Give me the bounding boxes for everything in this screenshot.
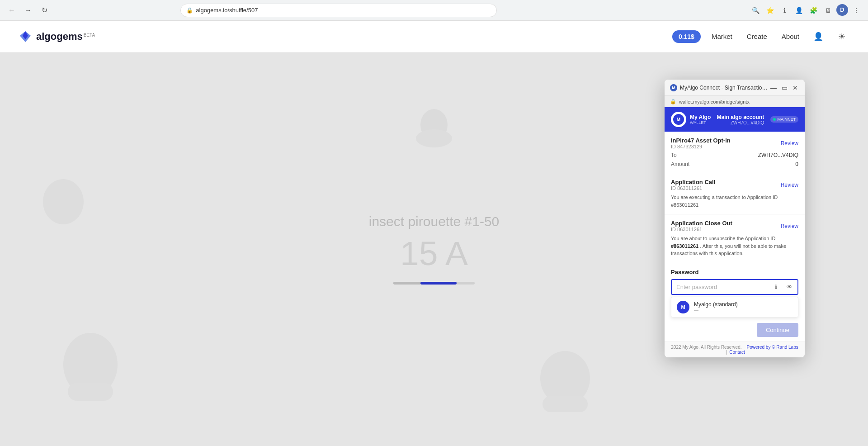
- bookmark-icon[interactable]: ⭐: [764, 4, 777, 17]
- cast-icon[interactable]: 🖥: [822, 4, 835, 17]
- app-call-title: Application Call: [671, 179, 715, 185]
- app-closeout-review-link[interactable]: Review: [781, 223, 798, 229]
- myalgo-logo-circle: M: [671, 112, 686, 127]
- password-label: Password: [671, 269, 798, 275]
- autocomplete-logo: M: [677, 301, 689, 313]
- asset-optin-review-link[interactable]: Review: [781, 140, 798, 147]
- back-button[interactable]: ←: [5, 4, 18, 17]
- password-section: Password ℹ 👁 M Myalgo (standard) —: [665, 263, 805, 323]
- search-icon[interactable]: 🔍: [750, 4, 762, 17]
- browser-actions: 🔍 ⭐ ℹ 👤 🧩 🖥 D ⋮: [750, 4, 863, 17]
- app-closeout-header: Application Close Out ID 863011261 Revie…: [671, 220, 798, 232]
- theme-toggle-icon[interactable]: ☀: [834, 28, 850, 45]
- app-call-section: Application Call ID 863011261 Review You…: [665, 173, 805, 214]
- popup-footer: 2022 My Algo. All Rights Reserved. Power…: [665, 342, 805, 357]
- navbar-right: 0.11$ Market Create About 👤 ☀: [672, 28, 850, 45]
- password-input-container: ℹ 👁: [671, 279, 798, 295]
- amount-row: Amount 0: [671, 161, 798, 167]
- logo-text: algogemsBETA: [36, 31, 95, 43]
- myalgo-logo: M My Algo WALLET: [671, 112, 711, 127]
- autocomplete-item-text-container: Myalgo (standard) —: [694, 301, 738, 313]
- myalgo-logo-title: My Algo: [690, 114, 711, 120]
- asset-optin-header: InPiro47 Asset Opt-in ID 847323129 Revie…: [671, 137, 798, 149]
- password-reveal-icon[interactable]: 👁: [784, 281, 795, 292]
- footer-rand-labs-link[interactable]: Powered by © Rand Labs: [747, 345, 798, 350]
- navbar: algogemsBETA 0.11$ Market Create About 👤…: [0, 21, 868, 52]
- autocomplete-item-sub: —: [694, 308, 738, 313]
- autocomplete-item-label: Myalgo (standard): [694, 301, 738, 308]
- create-link[interactable]: Create: [743, 31, 771, 42]
- forward-button[interactable]: →: [22, 4, 34, 17]
- to-label: To: [671, 152, 677, 158]
- amount-label: Amount: [671, 161, 689, 167]
- app-call-id: ID 863011261: [671, 185, 715, 191]
- myalgo-account-address: ZWH7O...V4DIQ: [717, 120, 764, 125]
- mainnet-dot: [773, 118, 776, 121]
- closeout-desc-part1: You are about to unsubscribe the Applica…: [671, 236, 775, 241]
- popup-title-bar: M MyAlgo Connect - Sign Transaction - Go…: [665, 80, 805, 96]
- browser-nav-buttons: ← → ↻: [5, 4, 51, 17]
- popup-favicon-letter: M: [672, 85, 675, 90]
- user-account-icon[interactable]: 👤: [810, 28, 826, 45]
- footer-contact-link[interactable]: Contact: [729, 350, 745, 355]
- browser-chrome: ← → ↻ 🔒 algogems.io/shuffle/507 🔍 ⭐ ℹ 👤 …: [0, 0, 868, 21]
- autocomplete-item[interactable]: M Myalgo (standard) —: [671, 297, 798, 317]
- asset-optin-section: InPiro47 Asset Opt-in ID 847323129 Revie…: [665, 132, 805, 173]
- amount-value: 0: [795, 161, 798, 167]
- to-row: To ZWH7O...V4DIQ: [671, 152, 798, 158]
- about-link[interactable]: About: [778, 31, 803, 42]
- reload-button[interactable]: ↻: [38, 4, 51, 17]
- restore-button[interactable]: ▭: [780, 84, 788, 92]
- closeout-desc-app-id: #863011261: [671, 243, 698, 249]
- logo-container[interactable]: algogemsBETA: [18, 29, 95, 44]
- asset-optin-id: ID 847323129: [671, 144, 731, 149]
- menu-icon[interactable]: ⋮: [850, 4, 863, 17]
- popup-lock-icon: 🔒: [670, 99, 676, 104]
- myalgo-header: M My Algo WALLET Main algo account ZWH7O…: [665, 107, 805, 132]
- app-closeout-id: ID 863011261: [671, 227, 732, 232]
- app-call-description: You are executing a transaction to Appli…: [671, 194, 798, 209]
- info-icon[interactable]: ℹ: [778, 4, 791, 17]
- asset-optin-title: InPiro47 Asset Opt-in: [671, 137, 731, 144]
- myalgo-logo-inner: M: [673, 114, 684, 125]
- myalgo-popup-window: M MyAlgo Connect - Sign Transaction - Go…: [665, 80, 805, 357]
- profile-icon[interactable]: 👤: [793, 4, 806, 17]
- logo-diamond-icon: [18, 29, 33, 44]
- password-info-icon[interactable]: ℹ: [770, 281, 781, 292]
- popup-address-bar: 🔒 wallet.myalgo.com/bridge/signtx: [665, 96, 805, 107]
- continue-btn-row: Continue: [665, 323, 805, 342]
- asset-optin-title-container: InPiro47 Asset Opt-in ID 847323129: [671, 137, 731, 149]
- app-call-title-container: Application Call ID 863011261: [671, 179, 715, 191]
- popup-favicon: M: [670, 84, 677, 91]
- autocomplete-dropdown: M Myalgo (standard) —: [671, 297, 798, 318]
- app-call-header: Application Call ID 863011261 Review: [671, 179, 798, 191]
- address-bar[interactable]: 🔒 algogems.io/shuffle/507: [180, 4, 497, 17]
- mainnet-badge: MAINNET: [770, 116, 799, 123]
- user-profile-avatar[interactable]: D: [836, 4, 848, 16]
- password-icons: ℹ 👁: [770, 281, 795, 292]
- extensions-icon[interactable]: 🧩: [807, 4, 820, 17]
- popup-window-controls: — ▭ ✕: [769, 84, 799, 92]
- app-closeout-title-container: Application Close Out ID 863011261: [671, 220, 732, 232]
- market-link[interactable]: Market: [708, 31, 736, 42]
- continue-button[interactable]: Continue: [757, 323, 798, 337]
- url-text: algogems.io/shuffle/507: [196, 7, 258, 14]
- page-content: algogemsBETA 0.11$ Market Create About 👤…: [0, 21, 868, 446]
- app-closeout-description: You are about to unsubscribe the Applica…: [671, 235, 798, 257]
- myalgo-logo-subtitle: WALLET: [690, 120, 711, 125]
- app-closeout-section: Application Close Out ID 863011261 Revie…: [665, 214, 805, 263]
- to-value: ZWH7O...V4DIQ: [758, 152, 798, 158]
- price-badge[interactable]: 0.11$: [672, 30, 701, 43]
- myalgo-account-name: Main algo account: [717, 114, 764, 120]
- app-closeout-title: Application Close Out: [671, 220, 732, 227]
- myalgo-account-info: Main algo account ZWH7O...V4DIQ: [717, 114, 764, 125]
- lock-icon: 🔒: [186, 7, 193, 14]
- footer-copyright: 2022 My Algo. All Rights Reserved.: [671, 345, 741, 350]
- close-button[interactable]: ✕: [791, 84, 799, 92]
- popup-title-text: MyAlgo Connect - Sign Transaction - Goog…: [680, 85, 769, 91]
- minimize-button[interactable]: —: [769, 84, 778, 92]
- app-call-review-link[interactable]: Review: [781, 182, 798, 188]
- popup-url-text: wallet.myalgo.com/bridge/signtx: [679, 99, 750, 104]
- mainnet-label: MAINNET: [778, 117, 796, 122]
- myalgo-logo-text-container: My Algo WALLET: [690, 114, 711, 125]
